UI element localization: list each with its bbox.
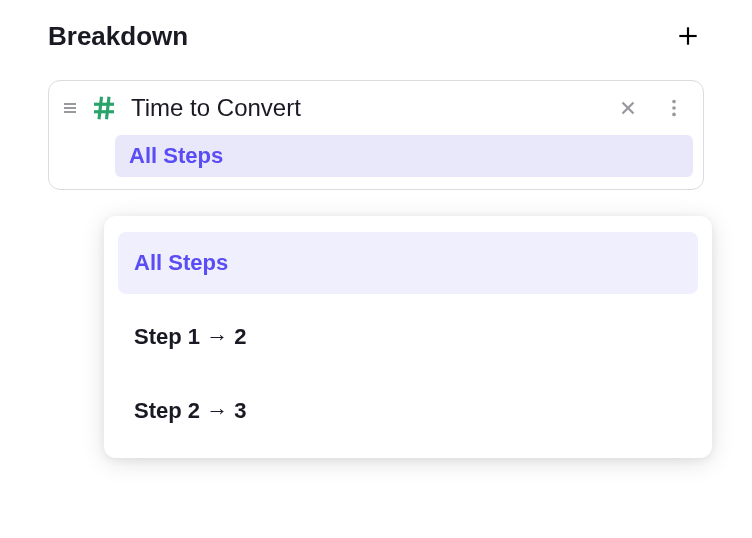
dropdown-item-all-steps[interactable]: All Steps — [118, 232, 698, 294]
add-button[interactable] — [672, 20, 704, 52]
section-header: Breakdown — [48, 20, 704, 52]
step-dropdown: All Steps Step 1 → 2 Step 2 → 3 — [104, 216, 712, 458]
svg-point-9 — [672, 106, 676, 110]
card-header-row: Time to Convert — [59, 93, 693, 123]
drag-handle[interactable] — [63, 103, 77, 113]
section-title: Breakdown — [48, 21, 188, 52]
remove-button[interactable] — [613, 93, 643, 123]
svg-line-4 — [99, 97, 102, 120]
breakdown-card: Time to Convert All Steps — [48, 80, 704, 190]
more-vertical-icon — [663, 97, 685, 119]
more-menu-button[interactable] — [655, 93, 693, 123]
close-icon — [617, 97, 639, 119]
plus-icon — [675, 23, 701, 49]
card-title: Time to Convert — [131, 94, 601, 122]
dropdown-item-step-2-3[interactable]: Step 2 → 3 — [118, 380, 698, 442]
step-selector[interactable]: All Steps — [115, 135, 693, 177]
svg-line-5 — [107, 97, 110, 120]
dropdown-item-step-1-2[interactable]: Step 1 → 2 — [118, 306, 698, 368]
hash-icon — [89, 93, 119, 123]
svg-point-8 — [672, 100, 676, 104]
svg-point-10 — [672, 113, 676, 117]
